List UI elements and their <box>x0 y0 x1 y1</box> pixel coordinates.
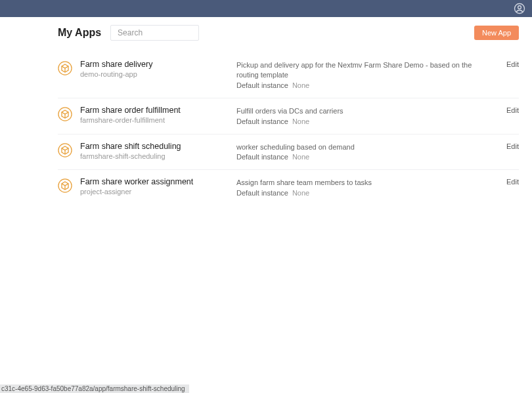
edit-link[interactable]: Edit <box>506 60 519 68</box>
app-description: Assign farm share team members to tasks <box>236 178 493 188</box>
status-bar: c31c-4e65-9d63-fa50be77a82a/app/farmshar… <box>0 384 189 393</box>
app-name: Farm share worker assignment <box>80 177 236 186</box>
app-middle: Assign farm share team members to tasks … <box>236 177 506 197</box>
app-instance: Default instanceNone <box>236 81 493 89</box>
search-input[interactable] <box>110 25 199 41</box>
app-instance: Default instanceNone <box>236 153 493 161</box>
edit-link[interactable]: Edit <box>506 177 519 186</box>
app-instance: Default instanceNone <box>236 189 493 197</box>
app-name: Farm share shift scheduling <box>80 142 236 151</box>
app-description: worker scheduling based on demand <box>236 142 493 152</box>
app-middle: worker scheduling based on demand Defaul… <box>236 142 506 161</box>
user-icon[interactable] <box>514 3 525 14</box>
package-icon <box>58 107 72 121</box>
app-description: Fulfill orders via DCs and carriers <box>236 106 493 116</box>
svg-point-1 <box>518 6 521 9</box>
app-slug: farmshare-shift-scheduling <box>80 152 236 160</box>
app-description: Pickup and delivery app for the Nextmv F… <box>236 60 493 80</box>
instance-value: None <box>292 153 309 161</box>
app-middle: Fulfill orders via DCs and carriers Defa… <box>236 106 506 125</box>
package-icon <box>58 61 72 75</box>
list-item[interactable]: Farm share worker assignment project-ass… <box>58 170 519 205</box>
instance-label: Default instance <box>236 153 288 161</box>
header-row: My Apps New App <box>58 25 519 41</box>
instance-value: None <box>292 189 309 197</box>
app-middle: Pickup and delivery app for the Nextmv F… <box>236 60 506 89</box>
list-item[interactable]: Farm share delivery demo-routing-app Pic… <box>58 52 519 98</box>
edit-link[interactable]: Edit <box>506 106 519 114</box>
app-name: Farm share order fulfillment <box>80 106 236 115</box>
app-slug: demo-routing-app <box>80 70 236 78</box>
instance-value: None <box>292 117 309 125</box>
instance-label: Default instance <box>236 189 288 197</box>
list-item[interactable]: Farm share order fulfillment farmshare-o… <box>58 98 519 134</box>
page-title: My Apps <box>58 27 101 39</box>
app-instance: Default instanceNone <box>236 117 493 125</box>
app-list: Farm share delivery demo-routing-app Pic… <box>58 52 519 205</box>
top-bar <box>0 0 532 17</box>
package-icon <box>58 143 72 157</box>
package-icon <box>58 178 72 193</box>
app-left: Farm share worker assignment project-ass… <box>80 177 236 196</box>
app-name: Farm share delivery <box>80 60 236 69</box>
edit-link[interactable]: Edit <box>506 142 519 150</box>
main-content: My Apps New App Farm share delivery demo… <box>0 17 532 205</box>
instance-label: Default instance <box>236 81 288 89</box>
list-item[interactable]: Farm share shift scheduling farmshare-sh… <box>58 134 519 171</box>
app-left: Farm share order fulfillment farmshare-o… <box>80 106 236 124</box>
app-slug: farmshare-order-fulfillment <box>80 116 236 124</box>
instance-label: Default instance <box>236 117 288 125</box>
new-app-button[interactable]: New App <box>474 26 519 40</box>
app-left: Farm share delivery demo-routing-app <box>80 60 236 78</box>
app-slug: project-assigner <box>80 188 236 196</box>
instance-value: None <box>292 81 309 89</box>
app-left: Farm share shift scheduling farmshare-sh… <box>80 142 236 160</box>
